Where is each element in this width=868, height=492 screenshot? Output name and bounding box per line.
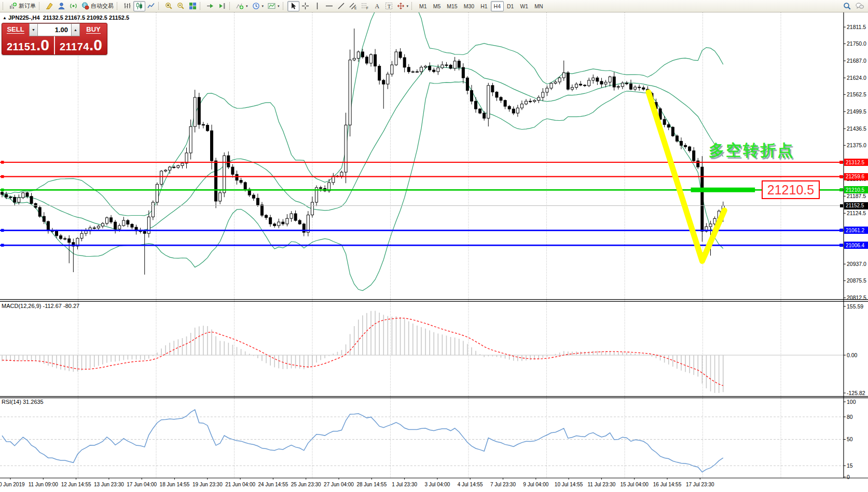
new-order-button[interactable]: 新订单 [7,1,38,11]
candle-body [445,65,448,65]
time-axis-label: 24 Jun 14:55 [258,482,288,487]
news-button[interactable] [67,1,79,11]
candle-body [80,233,83,238]
candle-body [387,74,389,84]
support-line-1-handle[interactable] [1,229,4,232]
fibo-button[interactable]: F [359,1,371,11]
label-button[interactable]: T [383,1,395,11]
line-chart-button[interactable] [145,1,157,11]
candle-body [18,198,20,202]
time-axis-label: 10 Jun 2019 [0,482,25,487]
auto-scroll-button[interactable] [204,1,216,11]
volume-input[interactable]: 1.00 [38,23,71,36]
hline-button[interactable] [323,1,335,11]
timeframe-button-h1[interactable]: H1 [477,1,490,11]
timeframe-button-mn[interactable]: MN [531,1,546,11]
zoom-in-icon [165,2,173,10]
candle-body [571,88,573,90]
sell-button[interactable]: SELL [2,23,29,36]
candle-body [441,65,444,68]
resistance-line-1-handle[interactable] [1,161,4,164]
volume-increase-button[interactable]: ▲ [71,23,80,36]
candle-body [437,68,439,72]
price-tick: 21811.5 [847,24,866,30]
timeframe-button-w1[interactable]: W1 [517,1,531,11]
candle-body [122,220,125,226]
buy-price[interactable]: 21174 .0 [55,36,107,55]
candle-body [211,131,213,161]
sell-price[interactable]: 21151 .0 [2,36,54,55]
candle-body [407,67,410,72]
timeframe-button-m5[interactable]: M5 [430,1,444,11]
candle-body [613,77,615,87]
profile-button[interactable] [56,1,67,11]
chevron-down-icon: ▾ [407,4,409,8]
line-icon [147,2,155,10]
candle-body [38,207,41,216]
support-line-2-handle[interactable] [1,244,4,247]
highlighter-button[interactable] [44,1,56,11]
timeframe-button-h4[interactable]: H4 [491,1,504,11]
pivot-price-flag[interactable]: 21210.5 [762,180,820,199]
candle-body [43,216,45,221]
candle-body [273,224,276,226]
candle-body [688,147,691,151]
zoom-out-button[interactable] [175,1,187,11]
price-level-label: 21312.5 [844,159,868,166]
chart-plot[interactable]: 21811.521750.021687.021624.021562.521499… [0,0,868,492]
trendline-button[interactable] [335,1,347,11]
cursor-button[interactable] [287,1,299,11]
turning-point-annotation[interactable]: 多空转折点 [709,140,794,161]
time-axis-label: 7 Jul 23:30 [490,482,516,487]
price-tick: 21624.0 [847,75,866,81]
resistance-line-2-handle[interactable] [1,175,4,178]
indicators-button[interactable]: ▾ [234,1,250,11]
candle-body [575,84,577,87]
crosshair-button[interactable] [299,1,311,11]
periods-button[interactable]: ▾ [250,1,266,11]
price-tick: 21436.5 [847,125,866,132]
pivot-line-handle[interactable] [1,189,4,192]
candle-body [118,226,121,229]
timeframe-button-m30[interactable]: M30 [461,1,477,11]
search-button[interactable] [841,1,853,11]
candle-body [110,218,113,222]
candle-chart-button[interactable] [133,1,145,11]
arrows-button[interactable]: ▾ [395,1,411,11]
new-order-button-label: 新订单 [19,2,36,10]
candle-body [512,109,515,113]
autotrade-button[interactable]: 自动交易 [79,1,116,11]
candle-body [185,153,188,163]
volume-decrease-button[interactable]: ▼ [29,23,38,36]
chart-title-symbol: JPN225-,H4 [8,15,40,21]
svg-text:E: E [354,6,357,10]
chart-shift-button[interactable] [216,1,228,11]
candle-body [194,97,196,126]
rsi-tick: 50 [847,436,853,442]
channel-button[interactable]: E [347,1,359,11]
candle-body [429,66,431,70]
candle-body [420,67,423,72]
chat-button[interactable] [853,1,866,11]
candle-body [416,72,418,72]
timeframe-button-m15[interactable]: M15 [444,1,460,11]
price-tick: 21375.0 [847,142,866,148]
toolbar-drag-handle [229,2,232,10]
time-axis-label: 27 Jun 04:00 [324,482,354,487]
candle-body [240,180,242,182]
time-axis-label: 10 Jul 14:55 [555,482,583,487]
zoom-in-button[interactable] [163,1,175,11]
text-button[interactable]: A [371,1,383,11]
templates-button[interactable]: ▾ [266,1,282,11]
candle-body [508,106,511,109]
vline-button[interactable] [311,1,323,11]
candle-body [169,167,171,170]
candle-body [9,197,12,198]
buy-button[interactable]: BUY [80,23,107,36]
chevron-down-icon: ▾ [246,4,248,8]
timeframe-button-d1[interactable]: D1 [504,1,517,11]
timeframe-button-m1[interactable]: M1 [416,1,430,11]
bar-chart-button[interactable] [121,1,133,11]
tile-windows-button[interactable] [187,1,199,11]
candle-body [542,92,544,97]
